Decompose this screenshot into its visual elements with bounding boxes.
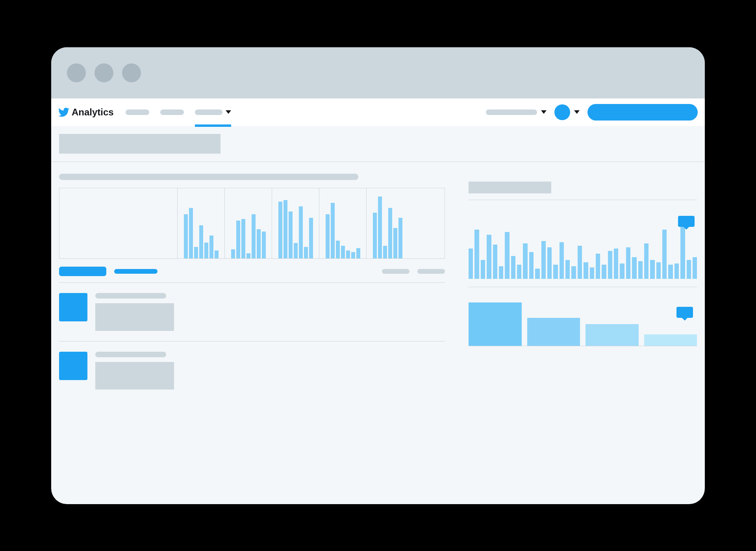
chart-bar xyxy=(331,203,335,258)
chart-bar xyxy=(680,224,685,279)
profile-menu[interactable] xyxy=(554,104,580,120)
chart-bar xyxy=(596,254,600,279)
cta-button[interactable] xyxy=(587,104,698,121)
chart-bar xyxy=(511,256,515,279)
chart-bar xyxy=(346,250,350,258)
chart-bar xyxy=(388,208,392,258)
side-block-chart xyxy=(469,299,697,346)
chart-bar xyxy=(204,243,208,258)
window-control-close[interactable] xyxy=(67,63,86,82)
chart-bar xyxy=(383,246,387,258)
chart-bar xyxy=(632,257,636,278)
main-row xyxy=(51,162,705,400)
chart-bar xyxy=(373,213,377,258)
chart-bar xyxy=(553,265,558,278)
chart-bar xyxy=(614,249,618,279)
chart-bar xyxy=(626,247,630,279)
chart-bar xyxy=(246,253,250,258)
brand[interactable]: Analytics xyxy=(58,107,114,118)
chart-bar xyxy=(560,242,564,279)
chart-tooltip xyxy=(676,307,693,318)
chart-bar xyxy=(541,241,546,279)
chart-bar xyxy=(529,252,534,278)
tab-secondary[interactable] xyxy=(114,269,158,274)
chart-group-0 xyxy=(59,188,178,258)
tweet-list-item[interactable] xyxy=(59,341,445,400)
chart-bar xyxy=(199,225,203,258)
chart-bar xyxy=(638,261,643,279)
list-item-content-placeholder xyxy=(95,303,174,331)
page-title-placeholder xyxy=(59,134,220,154)
chart-tooltip xyxy=(678,216,695,227)
chart-bar xyxy=(535,269,539,279)
window-titlebar xyxy=(51,47,705,98)
chart-bar xyxy=(241,219,245,258)
avatar xyxy=(554,104,570,120)
chart-bar xyxy=(644,243,649,279)
nav-item-label-placeholder xyxy=(160,109,184,115)
chart-bar xyxy=(547,247,552,279)
chart-bar xyxy=(474,230,479,279)
chart-bar xyxy=(278,202,282,258)
chart-bar xyxy=(336,241,340,258)
nav-item-2[interactable] xyxy=(160,98,184,126)
window-control-maximize[interactable] xyxy=(122,63,141,82)
chart-bar xyxy=(257,229,261,258)
side-title-placeholder xyxy=(469,182,551,193)
window-control-minimize[interactable] xyxy=(94,63,113,82)
avatar xyxy=(59,293,87,321)
chart-bar xyxy=(565,260,570,279)
chart-bar xyxy=(236,221,240,258)
chart-bar xyxy=(469,302,522,346)
chart-group-5 xyxy=(367,188,414,258)
chart-bar xyxy=(326,214,330,258)
nav-right xyxy=(486,104,698,121)
chart-bar xyxy=(571,266,576,279)
account-selector[interactable] xyxy=(486,109,547,115)
chart-group-4 xyxy=(319,188,367,258)
chart-bar xyxy=(590,267,594,279)
chevron-down-icon xyxy=(574,110,580,114)
chart-bar xyxy=(517,265,521,278)
side-bar-chart xyxy=(469,204,697,279)
top-navbar: Analytics xyxy=(51,98,705,126)
nav-item-1[interactable] xyxy=(126,98,149,126)
chart-bar xyxy=(584,262,588,279)
chart-bar xyxy=(209,236,213,258)
chart-group-2 xyxy=(225,188,272,258)
chart-group-3 xyxy=(272,188,319,258)
list-item-title-placeholder xyxy=(95,352,166,357)
chart-bar xyxy=(351,252,355,258)
right-column xyxy=(469,162,697,400)
chart-bar xyxy=(304,247,308,258)
chart-bar xyxy=(687,260,691,279)
chart-bar xyxy=(620,263,624,278)
chart-bar xyxy=(656,262,661,279)
chart-bar xyxy=(578,246,582,278)
chart-bar xyxy=(184,214,188,258)
chart-bar xyxy=(378,197,382,258)
list-item-title-placeholder xyxy=(95,293,166,299)
chart-bar xyxy=(194,247,198,258)
chart-bar xyxy=(299,206,303,258)
chart-bar xyxy=(523,243,527,279)
chart-bar xyxy=(393,228,397,258)
chart-bar xyxy=(356,248,360,258)
chart-bar xyxy=(231,249,235,258)
chart-bar xyxy=(481,260,485,279)
chart-bar xyxy=(309,218,313,258)
list-item-body xyxy=(95,293,174,331)
activity-chart-strip xyxy=(59,188,445,259)
chart-bar xyxy=(215,250,219,258)
tabs-row xyxy=(59,267,445,283)
tab-metric-2[interactable] xyxy=(417,269,445,274)
app-window: Analytics xyxy=(51,47,705,504)
chart-group-1 xyxy=(178,188,225,258)
chart-bar xyxy=(586,324,639,346)
nav-item-3-active[interactable] xyxy=(195,98,231,126)
chart-bar xyxy=(608,251,612,278)
tweet-list-item[interactable] xyxy=(59,283,445,341)
tab-active[interactable] xyxy=(59,267,106,276)
tab-metric-1[interactable] xyxy=(382,269,410,274)
chart-bar xyxy=(189,208,193,258)
